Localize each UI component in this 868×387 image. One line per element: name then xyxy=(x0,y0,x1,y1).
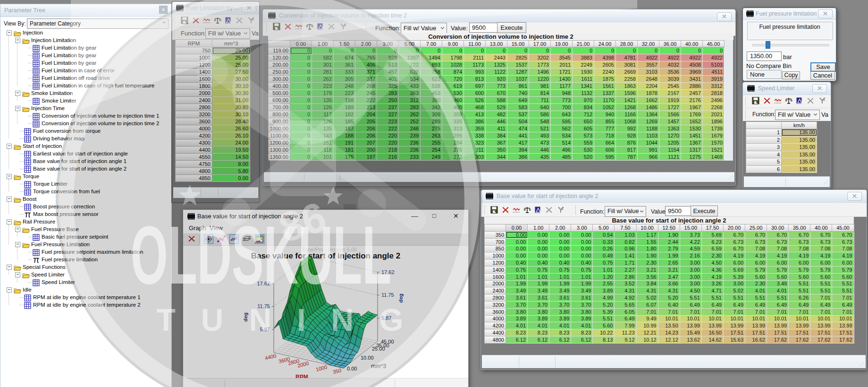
svg-text:deg: deg xyxy=(398,293,404,303)
svg-text:350: 350 xyxy=(332,367,342,375)
svg-text:17.62: 17.62 xyxy=(257,281,270,286)
svg-text:4400: 4400 xyxy=(264,353,277,361)
svg-text:1000: 1000 xyxy=(315,364,328,372)
svg-text:10.00: 10.00 xyxy=(361,355,374,361)
svg-text:11.75: 11.75 xyxy=(257,303,270,309)
svg-text:mm^3: mm^3 xyxy=(371,363,387,370)
svg-text:0.00: 0.00 xyxy=(347,366,357,371)
svg-text:45.00: 45.00 xyxy=(381,339,394,344)
svg-text:5.87: 5.87 xyxy=(381,315,391,321)
svg-text:deg: deg xyxy=(243,312,248,322)
svg-text:11.75: 11.75 xyxy=(381,292,394,298)
svg-text:5.87: 5.87 xyxy=(260,327,270,332)
svg-text:17.62: 17.62 xyxy=(381,269,395,275)
